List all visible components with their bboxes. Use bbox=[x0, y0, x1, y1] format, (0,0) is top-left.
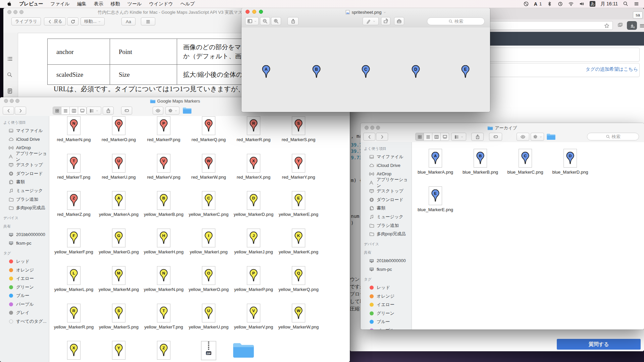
file-item[interactable]: Ryellow_MarkerR.png bbox=[52, 304, 95, 330]
file-item[interactable]: Wyellow_MarkerW.png bbox=[277, 304, 320, 330]
sidebar-item[interactable]: パープル bbox=[0, 300, 49, 309]
zoom-out-button[interactable] bbox=[260, 17, 270, 25]
sidebar-item[interactable]: 多肉pop完成品 bbox=[361, 230, 412, 238]
sidebar-item[interactable]: アプリケーション bbox=[361, 178, 412, 187]
bluetooth-icon[interactable] bbox=[547, 1, 552, 7]
markup-pen-button[interactable] bbox=[363, 17, 379, 25]
download-extension-icon[interactable]: 3 bbox=[627, 21, 637, 30]
file-item[interactable]: Ayellow_MarkerA.png bbox=[97, 191, 140, 217]
file-item[interactable]: Yred_MarkerY.png bbox=[277, 154, 320, 180]
zoom-in-button[interactable] bbox=[271, 17, 281, 25]
action-button[interactable] bbox=[531, 133, 544, 141]
arrange-button[interactable] bbox=[451, 133, 466, 141]
back-button[interactable] bbox=[363, 133, 375, 141]
sidebar-item[interactable]: レッド bbox=[0, 257, 49, 266]
file-item[interactable]: Kyellow_MarkerK.png bbox=[277, 229, 320, 255]
sidebar-item[interactable]: すべてのタグ... bbox=[0, 317, 49, 326]
sidebar-item[interactable]: ダウンロード bbox=[361, 195, 412, 204]
library-button[interactable]: ライブラリ bbox=[11, 17, 41, 25]
add-tag-request-link[interactable]: タグの追加希望はこちら bbox=[586, 66, 638, 72]
menu-0[interactable]: プレビュー bbox=[19, 1, 43, 7]
markup-toolbox-button[interactable] bbox=[394, 17, 404, 25]
list-view-button[interactable] bbox=[424, 133, 432, 140]
adobe-app-icon[interactable]: A bbox=[534, 1, 537, 7]
sidebar-item[interactable]: イエロー bbox=[361, 300, 412, 309]
file-item[interactable]: Tred_MarkerT.png bbox=[52, 154, 95, 180]
file-item[interactable]: Pyellow_MarkerP.png bbox=[232, 266, 275, 292]
sidebar-item[interactable]: ブラシ追加 bbox=[0, 195, 49, 204]
gallery-view-button[interactable] bbox=[441, 133, 449, 140]
notes-icon[interactable] bbox=[7, 88, 13, 94]
sidebar-item[interactable]: マイファイル bbox=[361, 153, 412, 161]
menu-7[interactable]: ヘルプ bbox=[180, 1, 195, 7]
quicklook-button[interactable] bbox=[153, 107, 163, 115]
file-item[interactable]: Byellow_MarkerB.png bbox=[142, 191, 185, 217]
spotlight-icon[interactable] bbox=[623, 1, 629, 7]
search-icon[interactable] bbox=[7, 72, 12, 77]
quicklook-button[interactable] bbox=[517, 133, 529, 141]
sidebar-item[interactable]: ダウンロード bbox=[0, 169, 49, 178]
sync-button[interactable] bbox=[67, 17, 78, 25]
file-item[interactable]: Y bbox=[97, 341, 140, 362]
file-item[interactable]: Dyellow_MarkerD.png bbox=[232, 191, 275, 217]
chevron-down-icon[interactable] bbox=[383, 11, 386, 14]
file-item[interactable]: Syellow_MarkerS.png bbox=[97, 304, 140, 330]
file-item[interactable]: Rred_MarkerR.png bbox=[232, 116, 275, 142]
sidebar-item[interactable]: グリーン bbox=[361, 309, 412, 318]
file-item[interactable]: Nyellow_MarkerN.png bbox=[142, 266, 185, 292]
sidebar-item[interactable]: オレンジ bbox=[361, 292, 412, 301]
file-item[interactable]: Sred_MarkerS.png bbox=[277, 116, 320, 142]
file-item[interactable]: Qyellow_MarkerQ.png bbox=[277, 266, 320, 292]
forward-button[interactable] bbox=[376, 133, 388, 141]
file-item[interactable]: Oyellow_MarkerO.png bbox=[187, 266, 230, 292]
search-field[interactable]: 検索 bbox=[587, 133, 639, 140]
sidebar-item[interactable]: 書類 bbox=[361, 204, 412, 213]
file-item[interactable]: Qred_MarkerQ.png bbox=[187, 116, 230, 142]
volume-icon[interactable] bbox=[579, 1, 585, 7]
sidebar-item[interactable]: グリーン bbox=[0, 283, 49, 292]
menu-4[interactable]: 移動 bbox=[111, 1, 120, 7]
file-item[interactable]: Pred_MarkerP.png bbox=[142, 116, 185, 142]
file-item[interactable]: Z bbox=[142, 341, 185, 362]
file-item[interactable]: Uyellow_MarkerU.png bbox=[187, 304, 230, 330]
icon-view-button[interactable] bbox=[53, 107, 61, 114]
file-item[interactable]: Ablue_MarkerA.png bbox=[414, 149, 457, 175]
file-item[interactable]: Iyellow_MarkerI.png bbox=[187, 229, 230, 255]
share-button[interactable] bbox=[471, 133, 484, 141]
rotate-button[interactable] bbox=[381, 17, 390, 25]
sidebar-item[interactable]: 201bb0000000 bbox=[361, 256, 412, 265]
menu-6[interactable]: ウインドウ bbox=[149, 1, 173, 7]
bookmark-star-icon[interactable] bbox=[604, 23, 610, 29]
sidebar-item[interactable]: fksm-pc bbox=[361, 265, 412, 274]
share-button[interactable] bbox=[103, 107, 114, 115]
file-item[interactable]: Tyellow_MarkerT.png bbox=[142, 304, 185, 330]
file-item[interactable]: Fyellow_MarkerF.png bbox=[52, 229, 95, 255]
sidebar-item[interactable]: 201bb0000000 bbox=[0, 230, 49, 239]
file-item[interactable]: Gyellow_MarkerG.png bbox=[97, 229, 140, 255]
share-button[interactable] bbox=[287, 17, 299, 25]
file-item[interactable]: Bblue_MarkerB.png bbox=[459, 149, 502, 175]
column-view-button[interactable] bbox=[432, 133, 441, 140]
icon-view-button[interactable] bbox=[416, 133, 424, 140]
sidebar-item[interactable]: iCloud Drive bbox=[0, 135, 49, 144]
search-field[interactable]: 検索 bbox=[427, 17, 485, 25]
folder-item[interactable] bbox=[222, 341, 265, 361]
tag-button[interactable] bbox=[489, 133, 502, 141]
file-item[interactable]: Lyellow_MarkerL.png bbox=[52, 266, 95, 292]
font-settings-button[interactable]: Aa bbox=[121, 17, 136, 25]
file-item[interactable]: Xred_MarkerX.png bbox=[232, 154, 275, 180]
sidebar-item[interactable]: ブラシ追加 bbox=[361, 221, 412, 230]
file-item[interactable]: Jyellow_MarkerJ.png bbox=[232, 229, 275, 255]
list-view-button[interactable] bbox=[61, 107, 70, 114]
file-item[interactable]: Vyellow_MarkerV.png bbox=[232, 304, 275, 330]
menu-5[interactable]: ツール bbox=[127, 1, 142, 7]
file-item[interactable]: Eblue_MarkerE.png bbox=[414, 186, 457, 213]
arrange-button[interactable] bbox=[87, 107, 101, 115]
file-item[interactable]: Wred_MarkerW.png bbox=[187, 154, 230, 180]
goto-button[interactable]: 移動... bbox=[80, 17, 105, 25]
drop-folder-icon[interactable] bbox=[546, 133, 556, 140]
sidebar-item[interactable]: レッド bbox=[361, 283, 412, 292]
sidebar-item[interactable]: イエロー bbox=[0, 274, 49, 283]
sidebar-item[interactable]: ブルー bbox=[0, 292, 49, 300]
notification-center-icon[interactable] bbox=[634, 1, 639, 7]
